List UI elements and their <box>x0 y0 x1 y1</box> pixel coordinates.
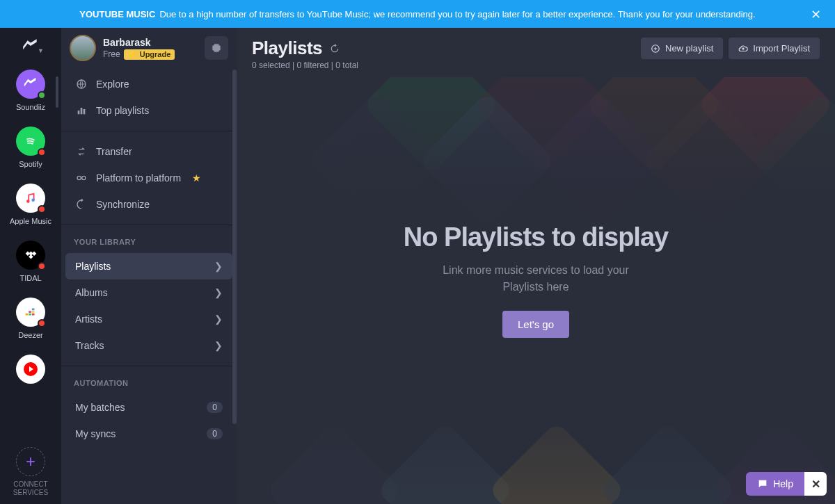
help-close-button[interactable]: ✕ <box>804 472 827 496</box>
svg-rect-17 <box>84 109 86 114</box>
upgrade-button[interactable]: ⚡Upgrade <box>124 49 175 60</box>
nav-tracks[interactable]: Tracks ❯ <box>65 332 232 359</box>
selection-status: 0 selected | 0 filtered | 0 total <box>252 60 358 70</box>
chevron-right-icon: ❯ <box>214 340 223 351</box>
svg-rect-15 <box>78 111 80 114</box>
syncs-count: 0 <box>207 428 223 439</box>
service-spotify[interactable]: Spotify <box>16 127 45 168</box>
automation-header: AUTOMATION <box>61 371 237 391</box>
empty-subtitle: Link more music services to load yourPla… <box>404 262 668 295</box>
service-more[interactable] <box>16 355 45 384</box>
help-widget: Help ✕ <box>746 472 827 496</box>
nav-my-syncs[interactable]: My syncs 0 <box>65 421 232 447</box>
lets-go-button[interactable]: Let's go <box>502 311 569 338</box>
svg-rect-9 <box>29 314 31 316</box>
svg-rect-11 <box>32 311 35 313</box>
plus-circle-icon <box>651 44 660 54</box>
banner-title: YOUTUBE MUSIC <box>79 9 155 19</box>
gear-icon <box>210 42 223 54</box>
service-tidal[interactable]: TIDAL <box>16 241 45 282</box>
avatar[interactable] <box>70 35 96 61</box>
import-playlist-button[interactable]: Import Playlist <box>729 38 820 59</box>
sidebar: Barbarask Free ⚡Upgrade Explore Top play… <box>61 28 237 504</box>
batches-count: 0 <box>207 402 223 413</box>
nav-playlists[interactable]: Playlists ❯ <box>65 253 232 279</box>
nav-platform-to-platform[interactable]: Platform to platform ★ <box>65 165 232 191</box>
chevron-right-icon: ❯ <box>214 261 223 272</box>
svg-point-2 <box>31 198 35 202</box>
dropdown-caret-icon[interactable]: ▼ <box>38 47 44 54</box>
user-name: Barbarask <box>103 37 205 48</box>
connect-services-button[interactable]: + <box>16 447 45 476</box>
help-button[interactable]: Help <box>746 472 804 496</box>
notification-banner: YOUTUBE MUSIC Due to a high number of tr… <box>0 0 835 28</box>
svg-point-19 <box>82 176 86 179</box>
sync-icon <box>75 199 88 210</box>
chevron-right-icon: ❯ <box>214 314 223 325</box>
svg-point-18 <box>77 176 81 179</box>
svg-rect-6 <box>29 254 33 259</box>
svg-rect-5 <box>32 251 36 255</box>
chart-icon <box>75 105 88 116</box>
empty-title: No Playlists to display <box>404 222 668 252</box>
refresh-icon[interactable] <box>329 43 340 54</box>
cloud-upload-icon <box>738 44 748 54</box>
new-playlist-button[interactable]: New playlist <box>641 38 723 59</box>
nav-top-playlists[interactable]: Top playlists <box>65 97 232 124</box>
nav-artists[interactable]: Artists ❯ <box>65 306 232 332</box>
platforms-icon <box>75 172 88 184</box>
page-title: Playlists <box>252 38 322 59</box>
main-content: Playlists 0 selected | 0 filtered | 0 to… <box>237 28 835 504</box>
chevron-right-icon: ❯ <box>214 287 223 298</box>
nav-transfer[interactable]: Transfer <box>65 138 232 165</box>
service-soundiiz[interactable]: Soundiiz <box>16 70 45 111</box>
svg-rect-8 <box>29 311 31 313</box>
service-rail: ▼ Soundiiz Spotify Apple Music TIDAL Dee… <box>0 28 61 504</box>
close-icon[interactable]: ✕ <box>811 7 821 22</box>
nav-synchronize[interactable]: Synchronize <box>65 191 232 218</box>
nav-my-batches[interactable]: My batches 0 <box>65 394 232 421</box>
main-header: Playlists 0 selected | 0 filtered | 0 to… <box>237 28 835 77</box>
plan-label: Free <box>103 49 120 59</box>
svg-rect-12 <box>32 314 35 316</box>
svg-rect-16 <box>81 108 83 114</box>
transfer-icon <box>75 146 88 157</box>
user-row: Barbarask Free ⚡Upgrade <box>61 28 237 68</box>
chat-icon <box>757 478 768 489</box>
banner-text: Due to a high number of transfers to You… <box>159 9 755 19</box>
nav-explore[interactable]: Explore <box>65 71 232 97</box>
globe-icon <box>75 79 88 90</box>
rail-scrollbar[interactable] <box>56 76 58 108</box>
nav-albums[interactable]: Albums ❯ <box>65 279 232 306</box>
connect-services-label: CONNECT SERVICES <box>0 480 61 497</box>
service-deezer[interactable]: Deezer <box>16 298 45 339</box>
service-apple-music[interactable]: Apple Music <box>10 184 51 225</box>
svg-rect-10 <box>32 309 35 311</box>
star-icon: ★ <box>192 172 201 184</box>
empty-state: No Playlists to display Link more music … <box>237 77 835 504</box>
svg-rect-7 <box>26 314 29 316</box>
settings-button[interactable] <box>205 36 228 60</box>
svg-point-1 <box>26 200 30 203</box>
library-header: YOUR LIBRARY <box>61 229 237 250</box>
